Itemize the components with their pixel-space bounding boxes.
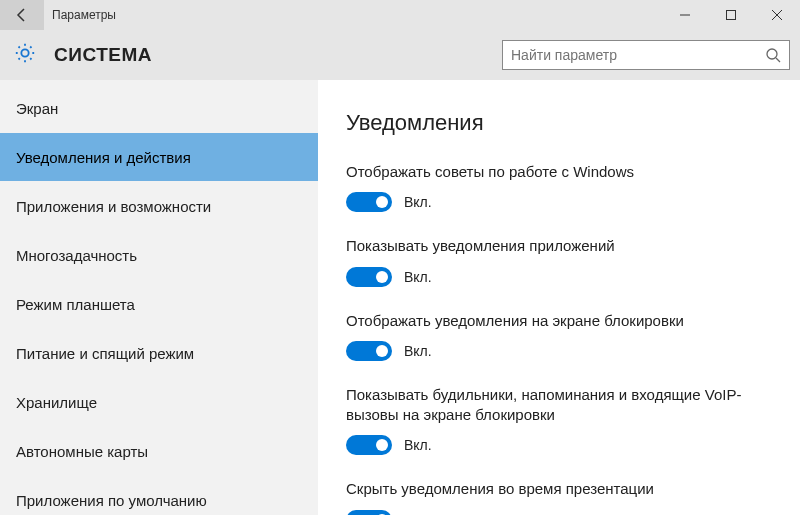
toggle-row: Вкл. <box>346 267 772 287</box>
setting-label: Скрыть уведомления во время презентации <box>346 479 772 499</box>
toggle-switch[interactable] <box>346 341 392 361</box>
titlebar: Параметры <box>0 0 800 30</box>
sidebar-item-label: Приложения по умолчанию <box>16 492 207 509</box>
page-heading: Уведомления <box>346 110 772 136</box>
setting-show-tips: Отображать советы по работе с Windows Вк… <box>346 162 772 212</box>
search-box[interactable] <box>502 40 790 70</box>
search-icon <box>765 47 781 63</box>
back-button[interactable] <box>0 0 44 30</box>
setting-label: Показывать будильники, напоминания и вхо… <box>346 385 772 426</box>
sidebar-item-power-sleep[interactable]: Питание и спящий режим <box>0 329 318 378</box>
maximize-icon <box>725 9 737 21</box>
sidebar: Экран Уведомления и действия Приложения … <box>0 80 318 515</box>
toggle-state-label: Вкл. <box>404 269 432 285</box>
sidebar-item-label: Экран <box>16 100 58 117</box>
sidebar-item-label: Многозадачность <box>16 247 137 264</box>
toggle-row: Вкл. <box>346 510 772 516</box>
close-icon <box>771 9 783 21</box>
setting-alarms-voip-lockscreen: Показывать будильники, напоминания и вхо… <box>346 385 772 456</box>
sidebar-item-storage[interactable]: Хранилище <box>0 378 318 427</box>
header-title: СИСТЕМА <box>54 44 152 66</box>
sidebar-item-apps-features[interactable]: Приложения и возможности <box>0 182 318 231</box>
toggle-switch[interactable] <box>346 267 392 287</box>
minimize-button[interactable] <box>662 0 708 30</box>
close-button[interactable] <box>754 0 800 30</box>
setting-hide-during-presentation: Скрыть уведомления во время презентации … <box>346 479 772 515</box>
window-controls <box>662 0 800 30</box>
sidebar-item-label: Питание и спящий режим <box>16 345 194 362</box>
toggle-switch[interactable] <box>346 510 392 516</box>
sidebar-item-label: Автономные карты <box>16 443 148 460</box>
toggle-row: Вкл. <box>346 435 772 455</box>
maximize-button[interactable] <box>708 0 754 30</box>
toggle-switch[interactable] <box>346 192 392 212</box>
gear-icon <box>14 42 36 68</box>
main-panel: Уведомления Отображать советы по работе … <box>318 80 800 515</box>
sidebar-item-label: Хранилище <box>16 394 97 411</box>
setting-label: Отображать советы по работе с Windows <box>346 162 772 182</box>
header: СИСТЕМА <box>0 30 800 80</box>
sidebar-item-offline-maps[interactable]: Автономные карты <box>0 427 318 476</box>
sidebar-item-tablet-mode[interactable]: Режим планшета <box>0 280 318 329</box>
toggle-state-label: Вкл. <box>404 194 432 210</box>
sidebar-item-label: Уведомления и действия <box>16 149 191 166</box>
toggle-switch[interactable] <box>346 435 392 455</box>
toggle-row: Вкл. <box>346 192 772 212</box>
toggle-state-label: Вкл. <box>404 512 432 516</box>
svg-point-2 <box>767 49 777 59</box>
sidebar-item-label: Режим планшета <box>16 296 135 313</box>
toggle-state-label: Вкл. <box>404 437 432 453</box>
sidebar-item-notifications[interactable]: Уведомления и действия <box>0 133 318 182</box>
setting-show-app-notifications: Показывать уведомления приложений Вкл. <box>346 236 772 286</box>
sidebar-item-multitasking[interactable]: Многозадачность <box>0 231 318 280</box>
svg-line-3 <box>776 58 780 62</box>
window-title: Параметры <box>52 8 116 22</box>
svg-rect-1 <box>727 11 736 20</box>
sidebar-item-display[interactable]: Экран <box>0 84 318 133</box>
search-input[interactable] <box>511 47 765 63</box>
sidebar-item-label: Приложения и возможности <box>16 198 211 215</box>
arrow-left-icon <box>14 7 30 23</box>
toggle-state-label: Вкл. <box>404 343 432 359</box>
minimize-icon <box>679 9 691 21</box>
setting-label: Отображать уведомления на экране блокиро… <box>346 311 772 331</box>
setting-label: Показывать уведомления приложений <box>346 236 772 256</box>
sidebar-item-default-apps[interactable]: Приложения по умолчанию <box>0 476 318 515</box>
setting-lockscreen-notifications: Отображать уведомления на экране блокиро… <box>346 311 772 361</box>
content: Экран Уведомления и действия Приложения … <box>0 80 800 515</box>
toggle-row: Вкл. <box>346 341 772 361</box>
